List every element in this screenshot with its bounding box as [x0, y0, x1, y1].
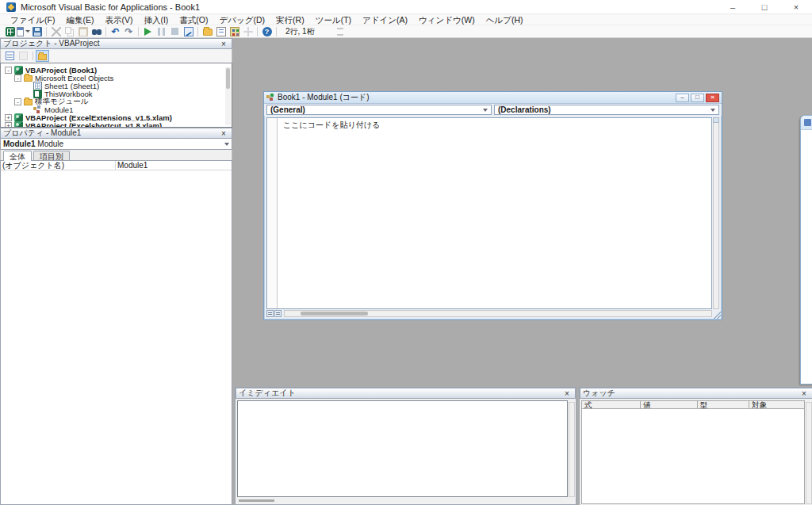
reset-icon — [171, 28, 178, 35]
tree-item-sheet1[interactable]: Sheet1 (Sheet1) — [1, 82, 232, 90]
vertical-scrollbar[interactable] — [713, 117, 719, 309]
paste-button[interactable] — [76, 25, 90, 37]
menu-window[interactable]: ウィンドウ(W) — [413, 14, 481, 25]
horizontal-scrollbar[interactable] — [284, 310, 712, 317]
tree-item-standard-modules[interactable]: - 標準モジュール — [1, 98, 232, 105]
menu-view[interactable]: 表示(V) — [99, 14, 138, 25]
column-value[interactable]: 値 — [641, 400, 698, 409]
vertical-scrollbar[interactable] — [569, 402, 575, 497]
tree-expander[interactable]: - — [5, 67, 12, 74]
properties-panel-close-button[interactable]: × — [218, 129, 229, 138]
tree-expander[interactable]: + — [5, 122, 12, 128]
tree-item-module1[interactable]: Module1 — [1, 105, 232, 113]
tree-item-vbaproject-excelextensions[interactable]: + VBAProject (ExcelExtensions_v1.5.xlam) — [1, 113, 232, 121]
cut-button[interactable] — [49, 25, 63, 37]
close-button[interactable]: × — [780, 0, 812, 14]
full-module-view-button[interactable] — [274, 310, 282, 317]
view-object-button[interactable] — [17, 50, 30, 62]
left-dock: プロジェクト - VBAProject × - VBAProject (Book… — [0, 38, 232, 505]
project-panel-close-button[interactable]: × — [218, 40, 229, 48]
column-context[interactable]: 対象 — [749, 400, 805, 409]
tree-expander[interactable]: - — [14, 75, 21, 82]
partial-window[interactable] — [800, 115, 812, 384]
immediate-window-close-button[interactable]: × — [561, 389, 573, 398]
scrollbar-thumb[interactable] — [239, 499, 274, 502]
undo-button[interactable]: ↶ — [109, 25, 122, 37]
code-text[interactable]: ここにコードを貼り付ける — [283, 120, 380, 131]
redo-button[interactable]: ↷ — [122, 25, 136, 37]
toggle-folders-button[interactable] — [36, 50, 49, 62]
view-code-button[interactable] — [3, 50, 17, 62]
watch-window: ウォッチ × 式 値 型 対象 — [579, 387, 812, 505]
object-selector-name: Module1 — [3, 140, 36, 148]
folder-icon — [24, 75, 33, 82]
break-button[interactable] — [155, 25, 168, 37]
code-window-title-bar[interactable]: Book1 - Module1 (コード) – □ × — [264, 92, 722, 104]
tab-alphabetic[interactable]: 全体 — [3, 151, 32, 161]
immediate-input-area[interactable] — [237, 400, 568, 497]
horizontal-scrollbar[interactable] — [237, 498, 568, 503]
menu-format[interactable]: 書式(O) — [174, 14, 213, 25]
menu-debug[interactable]: デバッグ(D) — [214, 14, 271, 25]
watch-list-area[interactable] — [581, 409, 805, 504]
procedure-view-button[interactable] — [266, 310, 274, 317]
object-selector-dropdown[interactable]: Module1 Module — [0, 139, 232, 150]
minimize-button[interactable]: – — [717, 0, 749, 14]
object-dropdown[interactable]: (General) — [266, 105, 492, 115]
project-panel-header[interactable]: プロジェクト - VBAProject × — [0, 38, 232, 49]
project-explorer-button[interactable] — [201, 25, 214, 37]
code-editor[interactable]: ここにコードを貼り付ける — [266, 117, 712, 309]
vba-editor-window: Microsoft Visual Basic for Applications … — [0, 0, 812, 505]
menu-tools[interactable]: ツール(T) — [310, 14, 357, 25]
property-value[interactable]: Module1 — [116, 161, 232, 170]
vba-project-icon — [14, 113, 23, 122]
run-button[interactable] — [141, 25, 155, 37]
menu-file[interactable]: ファイル(F) — [5, 14, 60, 25]
immediate-window-header[interactable]: イミディエイト × — [236, 388, 576, 399]
save-button[interactable] — [30, 25, 44, 37]
scrollbar-thumb[interactable] — [226, 68, 230, 89]
code-window-close-button[interactable]: × — [706, 94, 719, 102]
toolbar-gripper[interactable] — [337, 28, 343, 36]
vertical-scrollbar[interactable] — [225, 67, 231, 125]
property-row[interactable]: (オブジェクト名) Module1 — [1, 161, 232, 170]
insert-userform-button[interactable] — [17, 25, 30, 37]
toolbox-button[interactable] — [241, 25, 255, 37]
immediate-window: イミディエイト × — [235, 387, 576, 505]
column-expression[interactable]: 式 — [581, 400, 641, 409]
code-window-restore-button[interactable]: □ — [691, 94, 704, 102]
split-handle[interactable] — [713, 117, 719, 123]
tree-item-vbaproject-book1[interactable]: - VBAProject (Book1) — [1, 66, 232, 74]
copy-button[interactable] — [63, 25, 76, 37]
watch-window-close-button[interactable]: × — [799, 389, 810, 398]
tree-expander[interactable]: + — [5, 114, 12, 121]
menu-insert[interactable]: 挿入(I) — [138, 14, 174, 25]
run-icon — [144, 28, 151, 36]
properties-window-icon — [216, 27, 226, 36]
column-type[interactable]: 型 — [698, 400, 749, 409]
object-browser-button[interactable] — [228, 25, 241, 37]
design-mode-button[interactable] — [182, 25, 195, 37]
menu-help[interactable]: ヘルプ(H) — [481, 14, 529, 25]
scrollbar-thumb[interactable] — [301, 312, 368, 316]
code-window-minimize-button[interactable]: – — [676, 94, 689, 102]
procedure-dropdown[interactable]: (Declarations) — [494, 105, 719, 115]
menu-addins[interactable]: アドイン(A) — [357, 14, 413, 25]
tree-item-thisworkbook[interactable]: ThisWorkbook — [1, 90, 232, 98]
tree-item-vbaproject-excelshortcut[interactable]: + VBAProject (Excelshortcut_v1.8.xlam) — [1, 121, 232, 128]
tree-item-excel-objects[interactable]: - Microsoft Excel Objects — [1, 74, 232, 82]
view-excel-button[interactable] — [3, 25, 17, 37]
menu-edit[interactable]: 編集(E) — [60, 14, 99, 25]
find-button[interactable] — [90, 25, 103, 37]
code-window-combos: (General) (Declarations) — [264, 104, 722, 116]
properties-window-button[interactable] — [214, 25, 228, 37]
properties-panel-header[interactable]: プロパティ - Module1 × — [0, 128, 232, 139]
menu-run[interactable]: 実行(R) — [270, 14, 310, 25]
tree-expander[interactable]: - — [14, 98, 21, 105]
watch-window-header[interactable]: ウォッチ × — [580, 388, 812, 399]
help-button[interactable] — [260, 25, 274, 37]
maximize-button[interactable]: □ — [749, 0, 780, 14]
resize-grip[interactable] — [714, 312, 721, 319]
vertical-scrollbar[interactable] — [806, 402, 812, 504]
reset-button[interactable] — [168, 25, 182, 37]
